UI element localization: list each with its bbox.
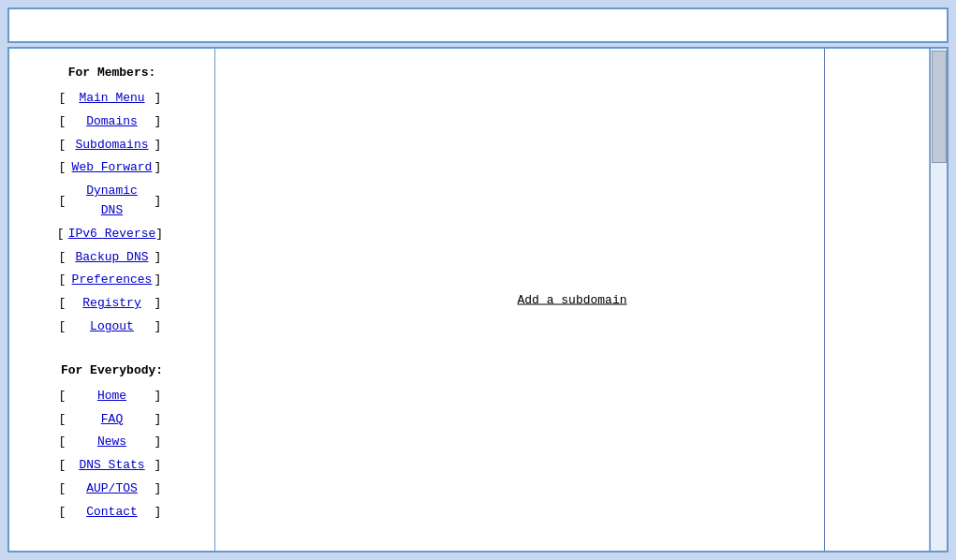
home-link[interactable]: Home [70,387,154,406]
vertical-divider [824,49,825,551]
dns-stats-link[interactable]: DNS Stats [70,456,154,476]
scrollbar-thumb[interactable] [932,51,947,163]
sidebar-item-preferences: [ Preferences ] [9,269,214,292]
logout-link[interactable]: Logout [70,317,154,337]
content-area: Add a subdomain [215,49,930,551]
contact-link[interactable]: Contact [70,503,154,523]
right-scrollbar[interactable] [930,49,947,551]
news-link[interactable]: News [70,433,154,452]
sidebar-item-subdomains: [ Subdomains ] [9,134,214,157]
faq-link[interactable]: FAQ [70,410,154,430]
top-bar [7,7,949,43]
sidebar: For Members: [ Main Menu ] [ Domains ] [… [9,49,215,551]
sidebar-item-home: [ Home ] [9,385,214,408]
registry-link[interactable]: Registry [70,294,154,314]
sidebar-item-ipv6-reverse: [ IPv6 Reverse ] [9,223,214,246]
for-everybody-title: For Everybody: [9,356,214,385]
web-forward-link[interactable]: Web Forward [70,158,154,178]
sidebar-item-web-forward: [ Web Forward ] [9,156,214,180]
subdomains-link[interactable]: Subdomains [70,136,154,155]
sidebar-item-backup-dns: [ Backup DNS ] [9,246,214,270]
ipv6-reverse-link[interactable]: IPv6 Reverse [68,225,156,244]
sidebar-item-contact: [ Contact ] [9,501,214,524]
main-menu-link[interactable]: Main Menu [70,89,154,109]
sidebar-item-dns-stats: [ DNS Stats ] [9,454,214,478]
add-subdomain-link[interactable]: Add a subdomain [517,293,626,307]
sidebar-item-aup-tos: [ AUP/TOS ] [9,478,214,501]
sidebar-item-logout: [ Logout ] [9,316,214,339]
domains-link[interactable]: Domains [70,112,154,132]
outer-wrapper: For Members: [ Main Menu ] [ Domains ] [… [0,0,956,560]
aup-tos-link[interactable]: AUP/TOS [70,479,154,499]
sidebar-item-registry: [ Registry ] [9,292,214,316]
sidebar-item-main-menu: [ Main Menu ] [9,87,214,111]
sidebar-item-faq: [ FAQ ] [9,408,214,432]
sidebar-item-dynamic-dns: [ DynamicDNS ] [9,180,214,223]
spacer [9,339,214,356]
dynamic-dns-link[interactable]: DynamicDNS [70,182,154,221]
sidebar-item-domains: [ Domains ] [9,111,214,134]
main-layout: For Members: [ Main Menu ] [ Domains ] [… [7,47,949,553]
preferences-link[interactable]: Preferences [70,271,154,290]
for-members-title: For Members: [9,58,214,87]
backup-dns-link[interactable]: Backup DNS [70,248,154,268]
sidebar-item-news: [ News ] [9,431,214,454]
